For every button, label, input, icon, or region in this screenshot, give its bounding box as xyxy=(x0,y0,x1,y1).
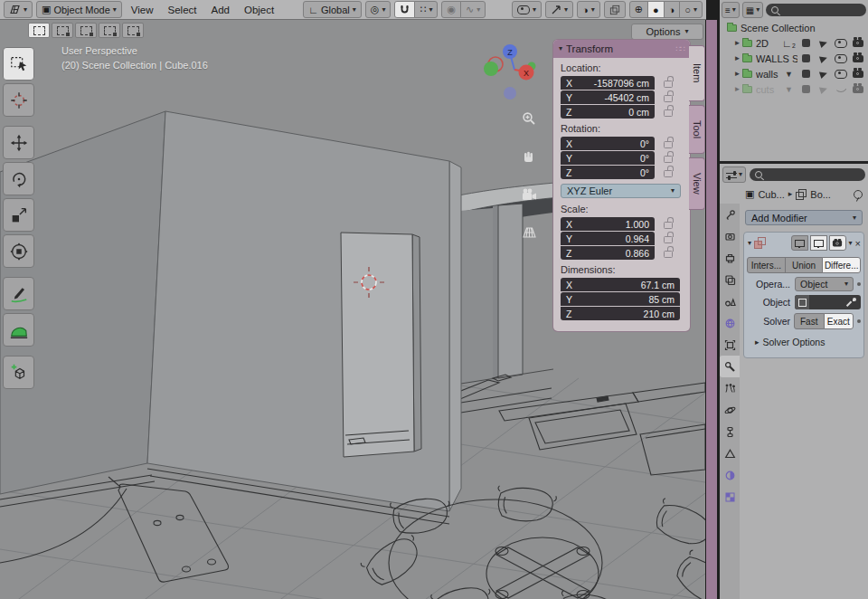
move-tool[interactable] xyxy=(3,126,34,159)
location-x-field[interactable]: X-1587096 cm xyxy=(561,76,655,90)
render-camera-icon[interactable] xyxy=(853,86,863,93)
collapse-chevron-icon[interactable]: ▾ xyxy=(748,240,751,247)
transform-panel-header[interactable]: ▾ Transform ∷∷ xyxy=(553,40,690,58)
lock-icon[interactable] xyxy=(664,81,673,88)
show-gizmos-dropdown[interactable]: ▾ xyxy=(512,1,542,18)
mode-dropdown[interactable]: ▣ Object Mode ▾ xyxy=(36,1,122,18)
render-camera-icon[interactable] xyxy=(853,55,863,62)
display-render-toggle[interactable] xyxy=(829,235,846,251)
tab-material-properties[interactable] xyxy=(720,464,740,486)
eye-icon[interactable] xyxy=(835,54,847,63)
select-invert-button[interactable] xyxy=(99,23,120,38)
proportional-edit-toggle[interactable]: ◉ xyxy=(441,1,461,18)
transform-tool[interactable] xyxy=(3,234,34,268)
tab-physics-properties[interactable] xyxy=(720,399,740,421)
tab-tool-properties[interactable] xyxy=(720,204,740,225)
selectable-icon[interactable] xyxy=(818,84,827,93)
outliner-row-scene-collection[interactable]: Scene Collection xyxy=(720,20,868,35)
outliner-display-mode-dropdown[interactable]: ≡ ▾ xyxy=(722,2,740,18)
menu-select[interactable]: Select xyxy=(163,5,203,15)
properties-search-input[interactable] xyxy=(750,168,865,181)
eye-icon[interactable] xyxy=(835,39,847,48)
scale-x-field[interactable]: X1.000 xyxy=(561,217,655,231)
3d-viewport[interactable]: User Perspective (20) Scene Collection |… xyxy=(0,20,705,599)
scale-tool[interactable] xyxy=(3,198,34,232)
rotate-tool[interactable] xyxy=(3,162,34,195)
measure-tool[interactable] xyxy=(3,313,34,347)
outliner-filter-dropdown[interactable]: ▦ ▾ xyxy=(742,2,763,18)
tab-world-properties[interactable] xyxy=(720,312,740,334)
location-z-field[interactable]: Z0 cm xyxy=(561,105,655,119)
menu-object[interactable]: Object xyxy=(239,5,279,15)
checkbox-icon[interactable] xyxy=(802,85,810,93)
object-picker-field[interactable] xyxy=(795,295,861,309)
lock-icon[interactable] xyxy=(664,141,673,148)
pivot-point-dropdown[interactable]: ◎ ▾ xyxy=(365,1,392,18)
xray-toggle[interactable] xyxy=(604,1,626,18)
lock-icon[interactable] xyxy=(664,222,673,229)
tab-particle-properties[interactable] xyxy=(720,377,740,399)
select-box-tool[interactable] xyxy=(3,47,34,81)
orientation-dropdown[interactable]: ∟ Global ▾ xyxy=(303,1,362,18)
selectable-icon[interactable] xyxy=(818,53,827,62)
zoom-button[interactable] xyxy=(521,110,537,127)
tab-object-properties[interactable] xyxy=(720,334,740,356)
shading-material-button[interactable]: ◑ xyxy=(664,1,681,18)
rotation-x-field[interactable]: X0° xyxy=(561,137,655,150)
tab-constraint-properties[interactable] xyxy=(720,421,740,442)
dimensions-z-field[interactable]: Z210 cm xyxy=(561,307,680,320)
rotation-y-field[interactable]: Y0° xyxy=(561,151,655,165)
lock-icon[interactable] xyxy=(664,156,673,163)
disclosure-icon[interactable]: ► xyxy=(732,39,742,47)
eyedropper-icon[interactable] xyxy=(847,298,856,307)
navigation-gizmo[interactable]: Z X xyxy=(477,36,550,107)
lock-icon[interactable] xyxy=(664,236,673,243)
rotation-z-field[interactable]: Z0° xyxy=(561,166,655,179)
checkbox-icon[interactable] xyxy=(802,54,810,62)
outliner-row-cuts[interactable]: ► cuts ▼ xyxy=(720,81,868,97)
breadcrumb-modifier[interactable]: Bo... xyxy=(810,189,831,200)
scale-z-field[interactable]: Z0.866 xyxy=(561,246,655,260)
breadcrumb-object[interactable]: Cub... xyxy=(758,189,784,200)
disclosure-icon[interactable]: ► xyxy=(732,70,742,78)
disclosure-icon[interactable]: ► xyxy=(732,54,742,62)
snap-toggle[interactable] xyxy=(394,1,415,18)
solver-exact-button[interactable]: Exact xyxy=(824,313,854,329)
tab-scene-properties[interactable] xyxy=(720,290,740,312)
lock-icon[interactable] xyxy=(664,170,673,177)
close-icon[interactable]: × xyxy=(855,238,861,249)
operation-intersect-button[interactable]: Inters... xyxy=(747,257,786,273)
rotation-mode-dropdown[interactable]: XYZ Euler ▾ xyxy=(561,184,681,198)
scale-y-field[interactable]: Y0.964 xyxy=(561,232,655,245)
operation-union-button[interactable]: Union xyxy=(785,257,824,273)
operand-type-dropdown[interactable]: Object ▾ xyxy=(795,277,854,291)
properties-editor-type-dropdown[interactable]: ▾ xyxy=(722,166,746,183)
tab-texture-properties[interactable] xyxy=(720,486,740,508)
options-dropdown[interactable]: Options ▾ xyxy=(631,24,703,40)
display-editmode-toggle[interactable] xyxy=(791,235,808,251)
add-modifier-dropdown[interactable]: Add Modifier ▾ xyxy=(745,210,863,225)
operation-difference-button[interactable]: Differe... xyxy=(822,257,861,273)
extras-chevron-icon[interactable]: ▾ xyxy=(849,240,853,247)
display-realtime-toggle[interactable] xyxy=(810,235,827,251)
tab-view[interactable]: View xyxy=(689,157,705,210)
checkbox-icon[interactable] xyxy=(802,39,810,47)
checkbox-icon[interactable] xyxy=(802,70,810,78)
shading-rendered-dropdown[interactable]: ○▾ xyxy=(679,1,703,18)
tab-modifier-properties[interactable] xyxy=(720,356,740,377)
outliner-search-input[interactable] xyxy=(766,4,866,16)
tab-view-layer-properties[interactable] xyxy=(720,269,740,290)
lock-icon[interactable] xyxy=(664,95,673,102)
location-y-field[interactable]: Y-45402 cm xyxy=(561,90,655,104)
menu-view[interactable]: View xyxy=(126,5,159,15)
select-intersect-button[interactable] xyxy=(122,23,144,38)
tab-output-properties[interactable] xyxy=(720,247,740,269)
visibility-dropdown[interactable]: ◑ ▾ xyxy=(577,1,600,18)
pin-icon[interactable] xyxy=(854,190,863,199)
proportional-falloff-dropdown[interactable]: ∿ ▾ xyxy=(460,1,486,18)
tab-object-data-properties[interactable] xyxy=(720,442,740,464)
dimensions-y-field[interactable]: Y85 cm xyxy=(561,292,680,306)
tab-tool[interactable]: Tool xyxy=(689,105,705,154)
drag-grip-icon[interactable]: ∷∷ xyxy=(676,44,684,53)
select-set-button[interactable] xyxy=(28,23,50,38)
